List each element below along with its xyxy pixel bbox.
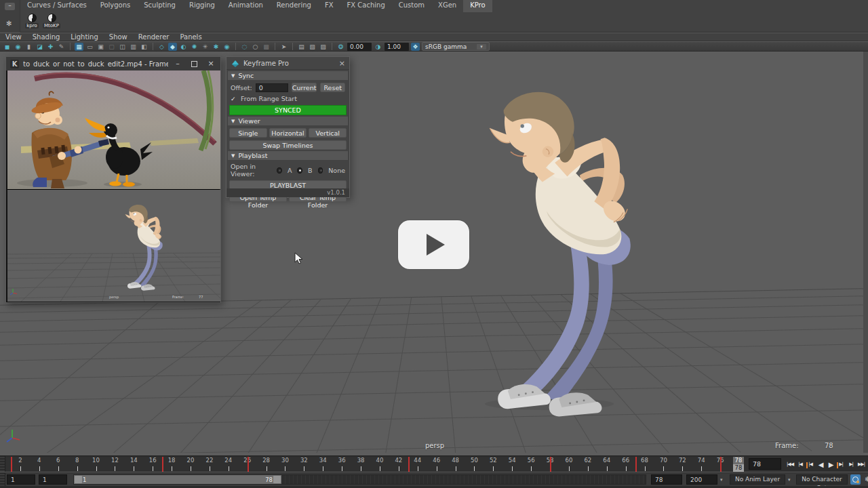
playblast-section-header[interactable]: ▼ Playblast bbox=[228, 151, 348, 160]
range-slider-grip[interactable] bbox=[0, 473, 5, 486]
viewer-a-cartoon-clip[interactable] bbox=[7, 70, 220, 189]
shelf-tab-kpro[interactable]: KPro bbox=[463, 0, 492, 12]
current-button[interactable]: Current bbox=[292, 83, 317, 92]
panel-menu-panels[interactable]: Panels bbox=[180, 33, 201, 41]
plugin-shapes-icon[interactable]: ▨ bbox=[319, 43, 328, 51]
gate-mask-icon[interactable]: ▢ bbox=[107, 43, 116, 51]
animation-preferences-button[interactable]: ✻ bbox=[863, 474, 868, 485]
safe-title-icon[interactable]: ◧ bbox=[140, 43, 149, 51]
camera-attributes-icon[interactable]: ◉ bbox=[14, 43, 22, 51]
step-forward-key-button[interactable]: ▶| bbox=[846, 462, 856, 467]
image-plane-icon[interactable]: ◪ bbox=[35, 43, 44, 51]
playback-start-field[interactable] bbox=[39, 474, 67, 485]
exposure-icon[interactable]: ❂ bbox=[336, 43, 345, 51]
2d-pan-zoom-icon[interactable]: ✚ bbox=[46, 43, 55, 51]
range-end-handle[interactable] bbox=[273, 476, 281, 483]
auto-keyframe-toggle[interactable] bbox=[850, 474, 861, 485]
from-range-start-checkbox[interactable]: ✓ bbox=[231, 96, 237, 102]
toolbar-gamma-field[interactable]: 1.00 bbox=[384, 43, 409, 51]
play-forwards-button[interactable]: ▶ bbox=[826, 461, 835, 468]
character-set-dropdown-arrow[interactable]: ▾ bbox=[788, 477, 791, 483]
time-slider-grip[interactable] bbox=[0, 456, 5, 472]
anim-layer-dropdown[interactable]: No Anim Layer bbox=[730, 474, 785, 485]
video-window-titlebar[interactable]: K to_duck_or_not_to_duck_edit2.mp4 - Fra… bbox=[6, 57, 220, 70]
shadows-icon[interactable]: ✳ bbox=[201, 43, 210, 51]
step-back-frame-button[interactable]: |◀ bbox=[806, 462, 815, 467]
safe-action-icon[interactable]: ▥ bbox=[129, 43, 138, 51]
viewer-horizontal-button[interactable]: Horizontal bbox=[269, 128, 307, 138]
shelf-tab-rendering[interactable]: Rendering bbox=[270, 0, 318, 12]
depth-of-field-icon[interactable]: ○ bbox=[251, 43, 260, 51]
multisample-icon[interactable]: ◌ bbox=[240, 43, 249, 51]
sync-section-header[interactable]: ▼ Sync bbox=[228, 71, 348, 80]
offset-input[interactable] bbox=[256, 83, 288, 92]
textured-icon[interactable]: ◐ bbox=[179, 43, 188, 51]
use-all-lights-icon[interactable]: ✺ bbox=[190, 43, 199, 51]
xray-joints-icon[interactable]: ▧ bbox=[308, 43, 317, 51]
field-chart-icon[interactable]: ◫ bbox=[118, 43, 127, 51]
animation-start-field[interactable] bbox=[7, 474, 35, 485]
panel-menu-renderer[interactable]: Renderer bbox=[138, 33, 170, 41]
anim-layer-dropdown-arrow[interactable]: ▾ bbox=[720, 477, 723, 483]
range-slider-bar[interactable]: 1 78 bbox=[74, 475, 281, 484]
ambient-occlusion-icon[interactable]: ✱ bbox=[212, 43, 220, 51]
shelf-tab-sculpting[interactable]: Sculpting bbox=[137, 0, 182, 12]
resolution-gate-icon[interactable]: ▣ bbox=[96, 43, 105, 51]
shelf-item-kpro[interactable]: kpro bbox=[23, 13, 41, 28]
shelf-tab-xgen[interactable]: XGen bbox=[431, 0, 463, 12]
panel-menu-lighting[interactable]: Lighting bbox=[71, 33, 98, 41]
character-set-dropdown[interactable]: No Character Set bbox=[796, 474, 848, 485]
reset-button[interactable]: Reset bbox=[320, 83, 345, 92]
timeline-ruler[interactable]: 78 78 2468101214161820222426283032343638… bbox=[6, 457, 744, 472]
step-back-key-button[interactable]: |◀ bbox=[795, 462, 805, 467]
xray-icon[interactable]: ▤ bbox=[297, 43, 306, 51]
film-gate-icon[interactable]: ▭ bbox=[85, 43, 94, 51]
grease-pencil-icon[interactable]: ✎ bbox=[57, 43, 66, 51]
viewer-a-radio[interactable] bbox=[277, 167, 282, 174]
panel-menu-show[interactable]: Show bbox=[109, 33, 127, 41]
viewer-b-radio[interactable] bbox=[297, 167, 302, 174]
color-management-icon[interactable]: ❖ bbox=[411, 43, 420, 51]
viewer-b-playblast-clip[interactable]: persp Frame: 77 bbox=[7, 190, 220, 302]
keyframe-pro-titlebar[interactable]: Keyframe Pro × bbox=[226, 57, 349, 70]
shelf-tab-fx-caching[interactable]: FX Caching bbox=[340, 0, 392, 12]
viewer-section-header[interactable]: ▼ Viewer bbox=[228, 117, 348, 125]
step-forward-frame-button[interactable]: ▶| bbox=[836, 462, 846, 467]
wireframe-icon[interactable]: ◇ bbox=[157, 43, 166, 51]
viewer-none-radio[interactable] bbox=[318, 167, 323, 174]
color-space-dropdown[interactable]: sRGB gamma▾ bbox=[422, 42, 490, 51]
synced-status-button[interactable]: SYNCED bbox=[229, 105, 347, 115]
shaded-icon[interactable]: ◆ bbox=[168, 43, 177, 51]
current-time-indicator[interactable]: 78 78 bbox=[733, 457, 744, 472]
grid-icon[interactable]: ▦ bbox=[75, 43, 83, 51]
go-to-start-button[interactable]: |◀◀ bbox=[785, 462, 795, 467]
shelf-tab-polygons[interactable]: Polygons bbox=[94, 0, 138, 12]
viewer-single-button[interactable]: Single bbox=[229, 128, 267, 138]
go-to-end-button[interactable]: ▶▶| bbox=[856, 462, 866, 467]
motion-blur-icon[interactable]: ◉ bbox=[222, 43, 231, 51]
play-backwards-button[interactable]: ◀ bbox=[816, 461, 825, 468]
animation-end-field[interactable] bbox=[686, 474, 717, 485]
shelf-gear-icon[interactable]: ✻ bbox=[6, 20, 12, 27]
shelf-tab-fx[interactable]: FX bbox=[318, 0, 340, 12]
isolate-select-icon[interactable]: ▩ bbox=[262, 43, 271, 51]
keyframe-pro-close-button[interactable]: × bbox=[339, 57, 345, 70]
video-play-overlay-button[interactable] bbox=[398, 220, 469, 269]
toolbar-exposure-field[interactable]: 0.00 bbox=[347, 43, 372, 51]
bookmark-icon[interactable]: ▮ bbox=[24, 43, 33, 51]
panel-menu-shading[interactable]: Shading bbox=[33, 33, 60, 41]
color-space-dropdown-arrow[interactable]: ▾ bbox=[477, 44, 486, 49]
range-slider-track[interactable]: 1 78 bbox=[73, 474, 646, 485]
range-start-handle[interactable] bbox=[75, 476, 82, 483]
shelf-tab-rigging[interactable]: Rigging bbox=[182, 0, 222, 12]
shelf-tab-custom[interactable]: Custom bbox=[392, 0, 431, 12]
shelf-item-mtokp[interactable]: MtoKP bbox=[43, 13, 60, 28]
gamma-icon[interactable]: ◑ bbox=[374, 43, 382, 51]
playback-end-field[interactable] bbox=[651, 474, 682, 485]
current-frame-field[interactable] bbox=[749, 458, 781, 470]
video-maximize-button[interactable] bbox=[191, 61, 197, 67]
video-minimize-button[interactable]: – bbox=[172, 57, 183, 70]
swap-timelines-button[interactable]: Swap Timelines bbox=[229, 140, 347, 150]
panel-menu-view[interactable]: View bbox=[5, 33, 22, 41]
shelf-tab-curves-surfaces[interactable]: Curves / Surfaces bbox=[20, 0, 94, 12]
